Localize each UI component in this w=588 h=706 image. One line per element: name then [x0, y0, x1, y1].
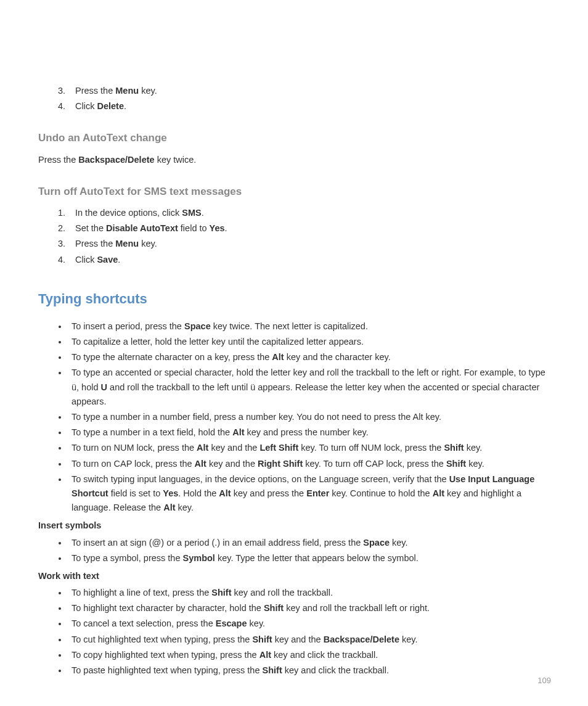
list-item: To turn on NUM lock, press the Alt key a…: [68, 441, 550, 455]
heading-turnoff-autotext: Turn off AutoText for SMS text messages: [38, 183, 550, 200]
list-item: In the device options, click SMS.: [68, 206, 550, 220]
subhead-work-with-text: Work with text: [38, 569, 550, 583]
list-item: Press the Menu key.: [68, 237, 550, 251]
list-item: To type a symbol, press the Symbol key. …: [68, 551, 550, 565]
page-content: Press the Menu key.Click Delete. Undo an…: [38, 84, 550, 678]
list-item: To type a number in a number field, pres…: [68, 410, 550, 424]
list-item: To cancel a text selection, press the Es…: [68, 617, 550, 631]
list-item: To switch typing input languages, in the…: [68, 472, 550, 515]
insert-symbols-list: To insert an at sign (@) or a period (.)…: [68, 536, 550, 565]
list-item: To paste highlighted text when typing, p…: [68, 663, 550, 678]
typing-bullet-list: To insert a period, press the Space key …: [68, 319, 550, 515]
list-item: To type an accented or special character…: [68, 366, 550, 409]
heading-typing-shortcuts: Typing shortcuts: [38, 288, 550, 310]
list-item: Press the Menu key.: [68, 84, 550, 98]
heading-undo-autotext: Undo an AutoText change: [38, 129, 550, 146]
list-item: To type a number in a text field, hold t…: [68, 425, 550, 440]
list-item: To copy highlighted text when typing, pr…: [68, 648, 550, 662]
list-item: To cut highlighted text when typing, pre…: [68, 633, 550, 647]
work-with-text-list: To highlight a line of text, press the S…: [68, 586, 550, 678]
list-item: To highlight a line of text, press the S…: [68, 586, 550, 600]
list-item: To capitalize a letter, hold the letter …: [68, 335, 550, 349]
page-number: 109: [537, 675, 551, 688]
subhead-insert-symbols: Insert symbols: [38, 519, 550, 533]
list-item: To type the alternate character on a key…: [68, 350, 550, 364]
list-item: To insert a period, press the Space key …: [68, 319, 550, 334]
turnoff-ordered-list: In the device options, click SMS.Set the…: [68, 206, 550, 267]
undo-text: Press the Backspace/Delete key twice.: [38, 153, 550, 167]
list-item: Click Delete.: [68, 99, 550, 113]
list-item: To insert an at sign (@) or a period (.)…: [68, 536, 550, 550]
list-item: To highlight text character by character…: [68, 601, 550, 615]
list-item: To turn on CAP lock, press the Alt key a…: [68, 457, 550, 471]
intro-ordered-list: Press the Menu key.Click Delete.: [68, 84, 550, 113]
list-item: Set the Disable AutoText field to Yes.: [68, 221, 550, 236]
list-item: Click Save.: [68, 253, 550, 267]
